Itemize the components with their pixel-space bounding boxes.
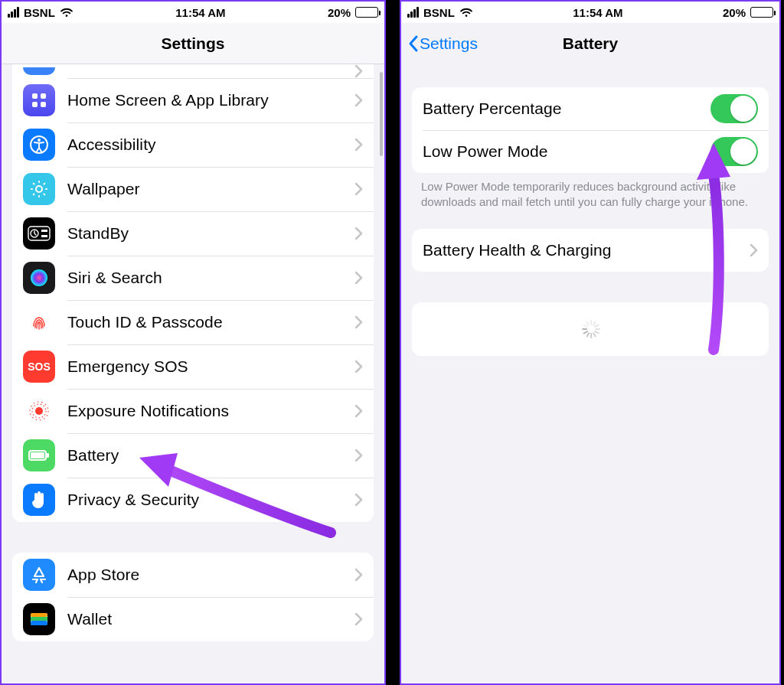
back-button[interactable]: Settings bbox=[407, 34, 478, 53]
svg-rect-20 bbox=[31, 617, 47, 621]
page-title: Battery bbox=[563, 34, 618, 53]
row-label: Privacy & Security bbox=[67, 491, 354, 509]
settings-list[interactable]: Home Screen & App Library Accessibility … bbox=[2, 64, 384, 683]
chevron-right-icon bbox=[354, 360, 363, 373]
sos-icon: SOS bbox=[23, 351, 55, 383]
battery-pct-label: 20% bbox=[328, 6, 351, 19]
svg-rect-10 bbox=[41, 235, 47, 237]
settings-row-wallet[interactable]: Wallet bbox=[12, 597, 374, 641]
wallpaper-icon bbox=[23, 173, 55, 205]
svg-rect-19 bbox=[31, 613, 47, 617]
chevron-right-icon bbox=[354, 404, 363, 418]
signal-icon bbox=[407, 7, 419, 18]
battery-icon bbox=[750, 7, 773, 18]
battery-screen: BSNL 11:54 AM 20% Settings Battery Batte… bbox=[400, 0, 781, 685]
svg-rect-16 bbox=[31, 452, 44, 458]
row-label: Wallpaper bbox=[67, 180, 354, 198]
settings-row-privacy[interactable]: Privacy & Security bbox=[12, 478, 374, 522]
row-label: Wallet bbox=[67, 610, 354, 628]
settings-row-wallpaper[interactable]: Wallpaper bbox=[12, 167, 374, 211]
row-label: Home Screen & App Library bbox=[67, 91, 354, 109]
settings-row-cutoff[interactable] bbox=[12, 64, 374, 78]
svg-point-12 bbox=[35, 407, 43, 415]
settings-row-home-screen[interactable]: Home Screen & App Library bbox=[12, 78, 374, 122]
svg-rect-0 bbox=[32, 93, 38, 99]
settings-row-standby[interactable]: StandBy bbox=[12, 211, 374, 256]
chevron-right-icon bbox=[750, 243, 758, 257]
status-bar: BSNL 11:54 AM 20% bbox=[2, 2, 384, 23]
settings-row-touch-id[interactable]: Touch ID & Passcode bbox=[12, 300, 374, 344]
svg-point-6 bbox=[36, 186, 42, 192]
settings-row-siri[interactable]: Siri & Search bbox=[12, 256, 374, 300]
chevron-right-icon bbox=[354, 315, 363, 329]
siri-icon bbox=[23, 262, 55, 294]
chevron-right-icon bbox=[354, 138, 363, 152]
chevron-right-icon bbox=[354, 227, 363, 240]
standby-icon bbox=[23, 217, 55, 250]
hand-icon bbox=[23, 484, 55, 516]
battery-content[interactable]: Battery Percentage Low Power Mode Low Po… bbox=[401, 64, 779, 683]
settings-row-emergency-sos[interactable]: SOS Emergency SOS bbox=[12, 344, 374, 389]
app-store-icon bbox=[23, 559, 55, 591]
row-label: Low Power Mode bbox=[423, 142, 710, 161]
row-label: Battery bbox=[67, 446, 354, 465]
sos-text: SOS bbox=[28, 360, 51, 373]
low-power-mode-row[interactable]: Low Power Mode bbox=[412, 130, 769, 173]
settings-row-exposure[interactable]: Exposure Notifications bbox=[12, 389, 374, 433]
chevron-right-icon bbox=[354, 568, 363, 582]
svg-rect-1 bbox=[41, 93, 46, 99]
battery-icon bbox=[23, 439, 55, 471]
battery-health-group: Battery Health & Charging bbox=[412, 229, 769, 272]
settings-row-app-store[interactable]: App Store bbox=[12, 553, 374, 597]
svg-point-11 bbox=[31, 269, 47, 286]
nav-bar: Settings bbox=[2, 23, 384, 64]
low-power-mode-description: Low Power Mode temporarily reduces backg… bbox=[401, 173, 779, 212]
svg-rect-21 bbox=[31, 621, 47, 625]
fingerprint-icon bbox=[23, 306, 55, 338]
row-label: Battery Percentage bbox=[423, 99, 710, 118]
battery-percentage-row[interactable]: Battery Percentage bbox=[412, 87, 769, 130]
spinner-icon bbox=[581, 320, 599, 338]
settings-group-general: Home Screen & App Library Accessibility … bbox=[12, 64, 374, 522]
gear-icon bbox=[23, 67, 55, 75]
row-label: App Store bbox=[67, 566, 354, 584]
carrier-label: BSNL bbox=[423, 6, 455, 19]
chevron-right-icon bbox=[354, 271, 363, 285]
carrier-label: BSNL bbox=[24, 6, 55, 19]
svg-rect-2 bbox=[32, 102, 38, 107]
exposure-icon bbox=[23, 395, 55, 427]
signal-icon bbox=[8, 7, 19, 18]
settings-group-store: App Store Wallet bbox=[12, 553, 374, 641]
nav-bar: Settings Battery bbox=[401, 23, 779, 64]
chevron-right-icon bbox=[354, 449, 363, 462]
clock: 11:54 AM bbox=[175, 6, 225, 19]
home-grid-icon bbox=[23, 84, 55, 116]
page-title: Settings bbox=[162, 34, 225, 53]
chevron-right-icon bbox=[354, 182, 363, 196]
chevron-right-icon bbox=[354, 612, 363, 626]
row-label: Exposure Notifications bbox=[67, 402, 354, 420]
low-power-mode-toggle[interactable] bbox=[710, 137, 758, 166]
row-label: StandBy bbox=[67, 224, 354, 243]
settings-row-accessibility[interactable]: Accessibility bbox=[12, 122, 374, 167]
row-label: Accessibility bbox=[67, 135, 354, 154]
row-label: Touch ID & Passcode bbox=[67, 313, 354, 331]
wallet-icon bbox=[23, 603, 55, 635]
battery-percentage-toggle[interactable] bbox=[710, 94, 758, 123]
chevron-right-icon bbox=[354, 93, 363, 107]
svg-rect-7 bbox=[28, 227, 50, 240]
chevron-right-icon bbox=[354, 493, 363, 507]
battery-toggle-group: Battery Percentage Low Power Mode bbox=[412, 87, 769, 173]
accessibility-icon bbox=[23, 129, 55, 161]
svg-point-5 bbox=[38, 139, 41, 142]
svg-rect-9 bbox=[41, 230, 47, 232]
wifi-icon bbox=[60, 7, 74, 18]
settings-row-battery[interactable]: Battery bbox=[12, 433, 374, 478]
battery-pct-label: 20% bbox=[723, 6, 746, 19]
scrollbar[interactable] bbox=[380, 72, 383, 156]
battery-health-row[interactable]: Battery Health & Charging bbox=[412, 229, 769, 272]
chevron-right-icon bbox=[354, 64, 363, 78]
loading-group bbox=[412, 302, 769, 356]
back-label: Settings bbox=[420, 34, 478, 53]
svg-rect-17 bbox=[47, 453, 49, 458]
